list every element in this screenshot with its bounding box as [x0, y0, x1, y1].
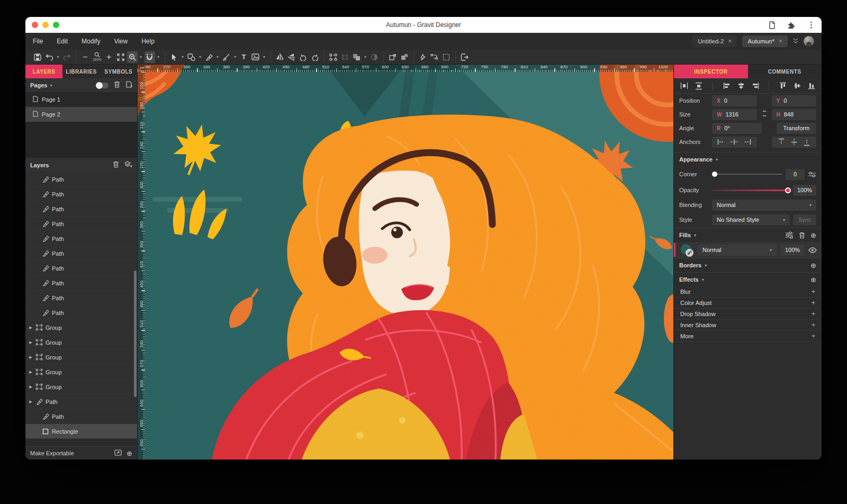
- ungroup-button[interactable]: [340, 51, 350, 63]
- fill-color-swatch[interactable]: [681, 244, 693, 256]
- add-fill-icon[interactable]: ⊕: [810, 232, 816, 239]
- delete-fill-icon[interactable]: [799, 232, 805, 239]
- pointer-tool-button[interactable]: [169, 51, 179, 63]
- opacity-value-field[interactable]: 100%: [793, 185, 816, 196]
- zoom-tool-button[interactable]: [127, 51, 138, 63]
- menu-item[interactable]: File: [33, 38, 43, 45]
- pointer-tool-caret[interactable]: ▾: [181, 55, 185, 59]
- effect-row[interactable]: Drop Shadow +: [674, 309, 822, 320]
- page-row[interactable]: Page 1: [25, 92, 137, 107]
- document-icon[interactable]: [768, 21, 776, 29]
- fill-item-row[interactable]: Normal▾ 100%: [674, 242, 822, 258]
- export-button[interactable]: [459, 51, 470, 63]
- left-panel-tab[interactable]: LAYERS: [25, 65, 62, 78]
- blend-settings-icon[interactable]: [785, 231, 794, 239]
- opacity-slider[interactable]: [712, 190, 790, 191]
- anchor-left-icon[interactable]: [717, 139, 726, 145]
- convert-to-path-button[interactable]: [418, 51, 428, 63]
- anchor-center-icon[interactable]: [730, 139, 738, 145]
- align-middle-vertical-icon[interactable]: [794, 82, 801, 89]
- add-border-icon[interactable]: ⊕: [810, 262, 816, 269]
- fill-opacity-field[interactable]: 100%: [781, 245, 804, 256]
- flip-vertical-button[interactable]: [286, 51, 297, 63]
- marquee-select-button[interactable]: [441, 51, 452, 63]
- undo-menu-caret[interactable]: ▾: [56, 55, 60, 59]
- blending-select[interactable]: Normal▾: [712, 200, 816, 211]
- browser-menu-icon[interactable]: ⋮: [807, 20, 815, 30]
- transform-button-panel[interactable]: Transform: [777, 123, 817, 134]
- expander-icon[interactable]: ▶: [29, 400, 33, 404]
- layer-row[interactable]: ▶ Path: [25, 305, 137, 320]
- inspector-tab[interactable]: INSPECTOR: [674, 65, 748, 78]
- width-field[interactable]: W1316: [712, 109, 757, 120]
- page-row[interactable]: Page 2: [25, 107, 137, 122]
- anchor-bottom-icon[interactable]: [804, 138, 809, 146]
- effect-row[interactable]: Color Adjust +: [674, 298, 822, 309]
- fills-header[interactable]: Fills ▾ ⊕: [674, 228, 822, 242]
- shared-style-select[interactable]: No Shared Style▾: [712, 214, 790, 226]
- menu-item[interactable]: Edit: [57, 38, 68, 45]
- chevron-double-down-icon[interactable]: [793, 37, 798, 46]
- zoom-out-button[interactable]: −: [80, 51, 91, 63]
- appearance-header[interactable]: Appearance ▾: [674, 152, 822, 166]
- zoom-tool-caret[interactable]: ▾: [139, 55, 143, 59]
- layer-row[interactable]: ▶ Group: [25, 380, 137, 394]
- pen-tool-button[interactable]: [204, 51, 214, 63]
- fill-visibility-eye-icon[interactable]: [808, 247, 817, 253]
- align-center-horizontal-icon[interactable]: [737, 82, 745, 89]
- close-icon[interactable]: ×: [779, 38, 782, 45]
- expander-icon[interactable]: ▶: [29, 340, 33, 345]
- layer-row[interactable]: ▶ Path: [25, 409, 137, 424]
- add-page-icon[interactable]: [125, 80, 132, 90]
- menu-item[interactable]: View: [114, 38, 128, 45]
- expander-icon[interactable]: ▶: [29, 326, 33, 330]
- snapping-caret[interactable]: ▾: [156, 55, 161, 59]
- send-backward-button[interactable]: [399, 51, 410, 63]
- corner-value-field[interactable]: 0: [786, 169, 805, 180]
- layer-row[interactable]: ▶ Group: [25, 320, 137, 335]
- layer-row[interactable]: ▶ Path: [25, 217, 137, 231]
- effect-row[interactable]: More +: [674, 331, 822, 342]
- export-frame-icon[interactable]: [114, 448, 122, 458]
- anchor-right-icon[interactable]: [743, 139, 751, 145]
- inspector-tab[interactable]: COMMENTS: [748, 65, 822, 78]
- effects-header[interactable]: Effects ▾ ⊕: [674, 272, 822, 286]
- brush-tool-caret[interactable]: ▾: [233, 55, 238, 59]
- effect-row[interactable]: Inner Shadow +: [674, 320, 822, 331]
- boolean-ops-caret[interactable]: ▾: [363, 55, 368, 59]
- layer-row[interactable]: ▶ Path: [25, 291, 137, 305]
- layer-row[interactable]: ▶ Path: [25, 202, 137, 217]
- image-tool-button[interactable]: [250, 51, 261, 63]
- layer-row[interactable]: ▶ Group: [25, 350, 137, 365]
- connect-nodes-button[interactable]: [429, 51, 440, 63]
- distribute-vertical-icon[interactable]: [695, 82, 702, 90]
- canvas[interactable]: px 2402703003303603904204504805105405706…: [138, 65, 673, 460]
- brush-tool-button[interactable]: [221, 51, 232, 63]
- menu-item[interactable]: Modify: [82, 38, 100, 45]
- corner-slider[interactable]: [712, 174, 782, 175]
- snapping-magnet-button[interactable]: [145, 51, 155, 63]
- anchor-middle-icon[interactable]: [791, 138, 797, 146]
- delete-layer-icon[interactable]: [113, 160, 119, 170]
- flip-horizontal-button[interactable]: [275, 51, 285, 63]
- constrain-proportions-icon[interactable]: [761, 110, 768, 120]
- pages-toggle[interactable]: [96, 83, 109, 88]
- user-avatar[interactable]: [804, 36, 814, 47]
- menu-item[interactable]: Help: [141, 38, 155, 45]
- left-panel-tab[interactable]: LIBRARIES: [62, 65, 100, 78]
- expander-icon[interactable]: ▶: [29, 370, 33, 374]
- mask-button[interactable]: [369, 51, 380, 63]
- shape-tool-caret[interactable]: ▾: [198, 55, 203, 59]
- bring-forward-button[interactable]: [388, 51, 398, 63]
- expander-icon[interactable]: ▶: [29, 355, 33, 359]
- save-button[interactable]: [32, 51, 43, 63]
- boolean-ops-button[interactable]: [352, 51, 362, 63]
- left-panel-tab[interactable]: SYMBOLS: [100, 65, 137, 78]
- eyedropper-icon[interactable]: [686, 249, 693, 257]
- redo-button[interactable]: [61, 51, 72, 63]
- zoom-window-button[interactable]: [53, 22, 59, 28]
- add-effect-icon[interactable]: ⊕: [810, 276, 816, 283]
- add-icon[interactable]: +: [812, 299, 815, 307]
- document-tab[interactable]: Autumun* ×: [742, 35, 788, 47]
- layer-row[interactable]: ▶ Path: [25, 394, 137, 409]
